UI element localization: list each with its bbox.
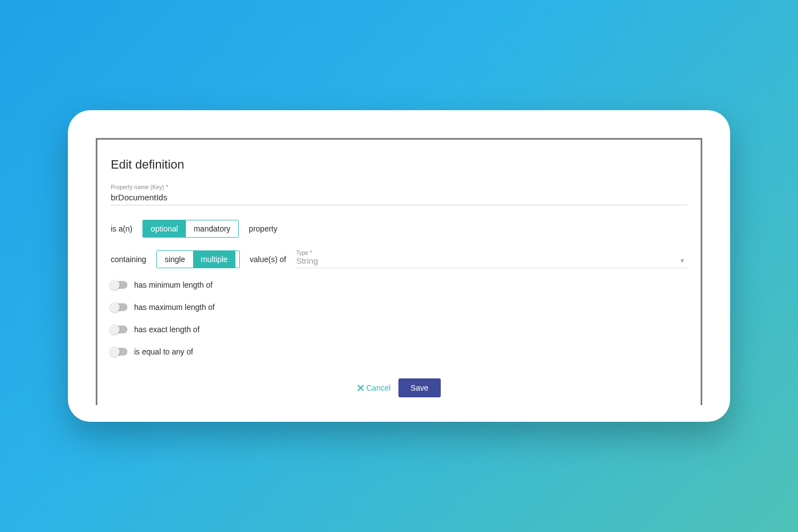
type-field[interactable]: Type * String ▼ (296, 250, 687, 268)
single-toggle[interactable]: single (157, 251, 193, 268)
close-icon (357, 385, 364, 391)
constraint-min-length: has minimum length of (111, 280, 687, 289)
constraint-exact-length: has exact length of (111, 325, 687, 334)
required-prefix: is a(n) (111, 224, 132, 233)
exact-length-switch[interactable] (111, 326, 127, 333)
mandatory-toggle[interactable]: mandatory (186, 220, 238, 237)
constraint-max-length: has maximum length of (111, 303, 687, 312)
equal-any-label: is equal to any of (134, 347, 193, 356)
required-row: is a(n) optional mandatory property (111, 220, 687, 238)
type-select-value: String (296, 256, 687, 268)
exact-length-label: has exact length of (134, 325, 200, 334)
cardinality-toggle: single multiple (156, 250, 240, 268)
cancel-button[interactable]: Cancel (357, 383, 391, 392)
dialog-card: Edit definition Property name (Key) * is… (68, 110, 730, 422)
optional-toggle[interactable]: optional (143, 220, 186, 237)
min-length-label: has minimum length of (134, 280, 213, 289)
property-name-input[interactable] (111, 191, 687, 205)
cardinality-prefix: containing (111, 255, 146, 264)
cardinality-row: containing single multiple value(s) of T… (111, 250, 687, 268)
dialog-actions: Cancel Save (97, 378, 701, 397)
required-toggle: optional mandatory (142, 220, 239, 238)
min-length-switch[interactable] (111, 281, 127, 289)
type-label: Type * (296, 250, 687, 256)
equal-any-switch[interactable] (111, 348, 127, 356)
constraint-equal-any: is equal to any of (111, 347, 687, 356)
multiple-toggle[interactable]: multiple (193, 251, 235, 268)
property-name-label: Property name (Key) * (111, 184, 687, 190)
max-length-label: has maximum length of (134, 303, 215, 312)
required-suffix: property (249, 224, 277, 233)
cancel-label: Cancel (366, 383, 391, 392)
save-button[interactable]: Save (398, 378, 441, 397)
max-length-switch[interactable] (111, 303, 127, 311)
cardinality-mid: value(s) of (250, 255, 286, 264)
property-name-field: Property name (Key) * (111, 184, 687, 205)
dialog-panel: Edit definition Property name (Key) * is… (96, 138, 702, 405)
dialog-title: Edit definition (111, 157, 687, 172)
